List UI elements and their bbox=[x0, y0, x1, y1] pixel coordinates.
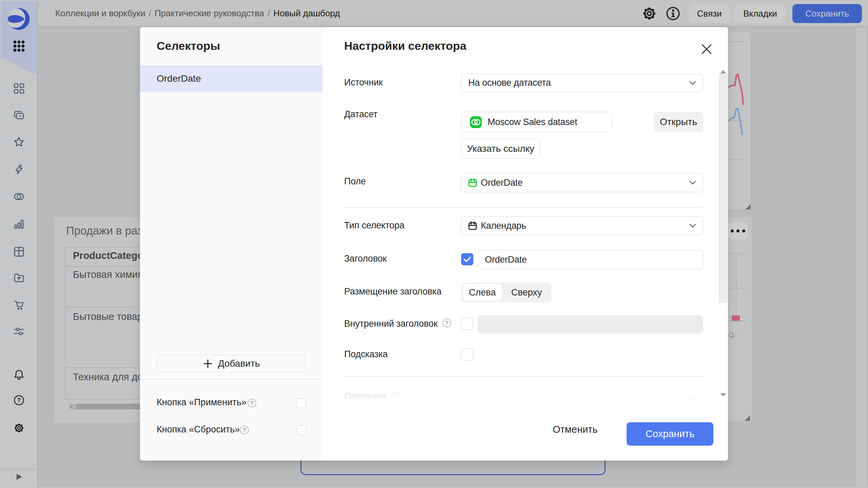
svg-text:?: ? bbox=[17, 397, 21, 404]
